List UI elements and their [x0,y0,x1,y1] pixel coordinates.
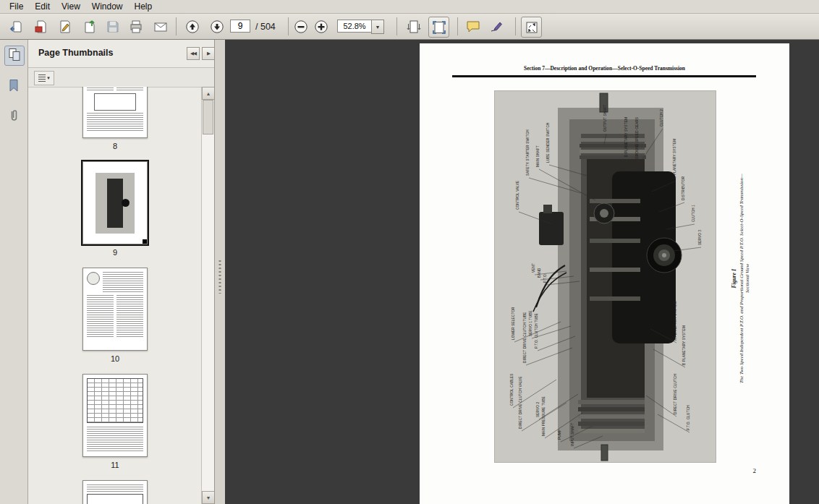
thumbnail-image[interactable] [82,87,148,138]
svg-text:LOWER SELECTOR: LOWER SELECTOR [512,307,515,340]
chevron-right-icon: ▶ [207,51,210,56]
scrolling-mode-button[interactable] [404,17,423,36]
arrow-down-circle-icon [210,20,224,34]
svg-text:DIRECT DRIVE CLUTCH TUBE: DIRECT DRIVE CLUTCH TUBE [523,312,527,363]
thumbnail-page-number: 8 [113,142,117,151]
panel-header: Page Thumbnails ◀◀ ▶ [28,40,214,68]
zoom-level-value[interactable]: 52.8% [337,20,372,33]
triangle-down-icon: ▼ [206,495,211,500]
expand-panel-button[interactable]: ▶ [202,47,215,60]
svg-text:DIRECT DRIVE CLUTCH VALVE: DIRECT DRIVE CLUTCH VALVE [519,376,522,429]
svg-text:CLUTCH 1: CLUTCH 1 [692,205,695,222]
thumbnail-page-8[interactable]: 8 [82,87,148,151]
thumbnail-page-number: 11 [111,461,119,470]
toolbar-separator [396,17,397,35]
toolbar-separator [176,17,177,35]
double-chevron-left-icon: ◀◀ [190,51,196,56]
plus-circle-icon [314,20,328,34]
previous-page-button[interactable] [182,17,202,36]
thumbnail-image[interactable] [82,374,148,457]
fit-page-button[interactable] [428,17,449,38]
figure-number: Figure 1 [731,108,737,448]
comment-button[interactable] [463,17,483,36]
share-upload-button[interactable] [80,17,99,36]
page-thumbnails-panel: Page Thumbnails ◀◀ ▶ ▾ [28,40,214,504]
email-icon [153,20,168,34]
attachments-panel-button[interactable] [4,108,23,127]
scroll-down-button[interactable]: ▼ [202,491,215,504]
paperclip-icon [7,108,21,126]
transmission-diagram-svg: OUTPUT SHAFTD PLANETARY SYSTEMGROUND SPE… [494,90,716,463]
figure-subtitle: Sectional View [744,108,750,448]
svg-text:MAIN PRESSURE TUBE: MAIN PRESSURE TUBE [542,396,546,436]
zoom-out-button[interactable] [291,17,310,36]
chevron-down-icon: ▼ [375,25,381,30]
open-document-button[interactable] [6,17,25,36]
svg-text:SERVO 1 TUBE: SERVO 1 TUBE [529,310,532,336]
menu-view[interactable]: View [56,1,86,12]
scroll-up-button[interactable]: ▲ [202,87,215,100]
bookmark-icon [7,78,21,95]
svg-text:P.T.O.: P.T.O. [543,273,547,283]
document-page-number: 2 [753,467,757,474]
thumbnail-page-12[interactable] [82,480,148,504]
thumbnail-list: 8 9 10 [28,87,202,504]
figure-1-diagram: OUTPUT SHAFTD PLANETARY SYSTEMGROUND SPE… [494,90,716,463]
fill-sign-button[interactable] [55,17,75,36]
thumbnail-page-10[interactable]: 10 [82,268,148,364]
minus-circle-icon [294,20,308,34]
menu-window[interactable]: Window [86,1,129,12]
signature-button[interactable] [486,17,506,36]
svg-text:GROUND SPEED GEARS: GROUND SPEED GEARS [635,117,639,159]
toolbar-separator [288,17,289,35]
fullscreen-button[interactable] [521,17,542,38]
page-thumbnails-panel-button[interactable] [4,46,25,66]
menu-edit[interactable]: Edit [29,1,56,12]
thumbnail-page-11[interactable]: 11 [82,374,148,470]
print-button[interactable] [126,17,145,36]
svg-text:D PLANETARY SYSTEM: D PLANETARY SYSTEM [624,117,628,157]
create-pdf-button[interactable] [30,17,50,36]
scrollbar-thumb[interactable] [203,100,213,134]
svg-text:BAND: BAND [538,268,541,278]
thumbnail-image[interactable] [82,161,148,244]
svg-text:DISTRIBUTOR: DISTRIBUTOR [682,176,685,200]
pdf-viewer-window: File Edit View Window Help [0,0,819,504]
thumbnail-options-button[interactable]: ▾ [34,71,54,85]
mini-diagram [96,173,135,234]
svg-text:MAIN SHAFT: MAIN SHAFT [536,145,540,167]
zoom-in-button[interactable] [311,17,331,36]
svg-text:SAFETY STARTER SWITCH: SAFETY STARTER SWITCH [526,129,530,176]
save-icon [106,20,120,34]
svg-text:SERVO 3: SERVO 3 [698,230,702,245]
signature-pen-icon [489,20,504,34]
svg-text:A PLANETARY SYSTEM: A PLANETARY SYSTEM [674,301,677,341]
menu-file[interactable]: File [4,1,29,12]
figure-caption: Figure 1 The Two Speed Independent P.T.O… [731,108,757,448]
next-page-button[interactable] [207,17,226,36]
scrolling-mode-icon [407,20,421,34]
bookmarks-panel-button[interactable] [4,77,23,96]
splitter-grip-icon [219,260,221,294]
email-button[interactable] [150,17,170,36]
page-number-input[interactable] [230,20,250,33]
panel-resize-splitter[interactable] [214,40,226,504]
toolbar-separator [515,17,516,35]
thumbnail-page-9[interactable]: 9 [82,161,148,257]
collapse-panel-button[interactable]: ◀◀ [187,47,200,60]
document-view-area[interactable]: Section 7—Description and Operation—Sele… [225,40,819,504]
zoom-dropdown-button[interactable]: ▼ [371,20,384,34]
menu-help[interactable]: Help [129,1,158,12]
thumbnail-image[interactable] [82,480,148,504]
fit-page-icon [432,20,446,35]
arrow-up-circle-icon [185,20,200,34]
navigation-panel-strip [0,40,28,504]
panel-title: Page Thumbnails [38,48,114,58]
thumbnails-scrollbar[interactable]: ▲ ▼ [201,87,214,504]
save-button[interactable] [103,17,122,36]
thumbnail-image[interactable] [82,268,148,351]
page-section-header: Section 7—Description and Operation—Sele… [420,65,789,72]
svg-text:PUMP: PUMP [558,430,561,440]
triangle-up-icon: ▲ [206,91,211,96]
chevron-down-icon: ▾ [47,75,50,81]
